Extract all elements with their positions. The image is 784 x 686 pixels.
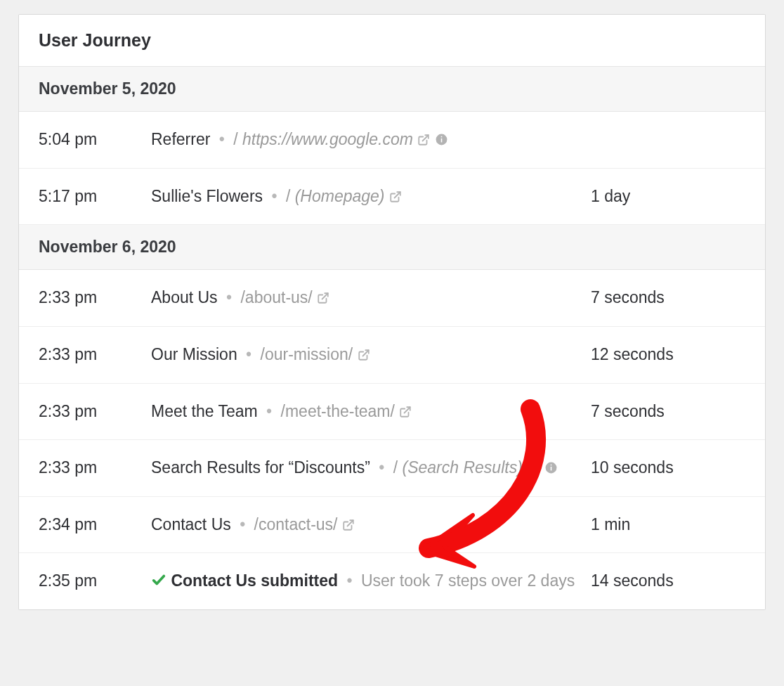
row-time: 5:04 pm — [39, 127, 151, 153]
separator-dot: • — [266, 402, 272, 420]
check-icon — [151, 572, 166, 588]
row-path: https://www.google.com — [242, 130, 413, 148]
row-path: /about-us/ — [240, 288, 312, 306]
journey-row: 2:33 pmSearch Results for “Discounts” • … — [19, 440, 765, 497]
journey-row: 2:33 pmAbout Us • /about-us/ 7 seconds — [19, 270, 765, 327]
row-duration: 1 min — [591, 512, 745, 538]
separator-dot: • — [246, 345, 251, 363]
row-title: Meet the Team — [151, 402, 258, 420]
row-duration: 12 seconds — [591, 342, 745, 368]
external-link-icon[interactable] — [317, 292, 329, 304]
svg-rect-3 — [440, 136, 442, 138]
row-time: 2:33 pm — [39, 399, 151, 425]
journey-row: 5:04 pmReferrer • / https://www.google.c… — [19, 112, 765, 169]
svg-line-7 — [405, 407, 410, 413]
row-time: 5:17 pm — [39, 184, 151, 209]
row-time: 2:34 pm — [39, 512, 151, 538]
row-time: 2:33 pm — [39, 342, 151, 368]
row-description: Contact Us • /contact-us/ — [151, 512, 591, 538]
row-path-prefix: / — [233, 130, 242, 148]
journey-row: 2:34 pmContact Us • /contact-us/ 1 min — [19, 497, 765, 554]
row-title: About Us — [151, 288, 218, 306]
row-path: /contact-us/ — [254, 515, 338, 533]
external-link-icon[interactable] — [342, 519, 355, 531]
row-title: Referrer — [151, 130, 210, 148]
row-description: Our Mission • /our-mission/ — [151, 342, 591, 368]
svg-rect-2 — [440, 138, 442, 143]
info-icon[interactable] — [435, 133, 448, 146]
row-time: 2:35 pm — [39, 569, 151, 594]
row-title: Search Results for “Discounts” — [151, 458, 370, 477]
separator-dot: • — [219, 130, 225, 148]
row-time: 2:33 pm — [39, 455, 151, 481]
row-title: Contact Us — [151, 515, 231, 533]
date-header: November 6, 2020 — [19, 225, 765, 270]
separator-dot: • — [379, 458, 384, 477]
svg-line-5 — [322, 294, 328, 299]
row-summary: User took 7 steps over 2 days — [361, 571, 575, 590]
external-link-icon[interactable] — [358, 349, 370, 361]
row-duration: 10 seconds — [591, 455, 745, 481]
row-time: 2:33 pm — [39, 285, 151, 311]
svg-line-4 — [394, 192, 400, 198]
external-link-icon[interactable] — [527, 462, 540, 474]
row-title: Sullie's Flowers — [151, 187, 263, 205]
svg-line-6 — [362, 350, 368, 356]
svg-rect-11 — [550, 465, 551, 466]
row-duration: 7 seconds — [591, 399, 745, 425]
row-title: Contact Us submitted — [171, 571, 338, 590]
svg-line-8 — [533, 463, 538, 469]
row-duration: 14 seconds — [591, 569, 745, 594]
row-path-prefix: / — [393, 458, 403, 477]
journey-row: 2:35 pm Contact Us submitted • User took… — [19, 553, 765, 609]
row-path: (Homepage) — [295, 187, 385, 205]
separator-dot: • — [346, 571, 352, 590]
separator-dot: • — [271, 187, 277, 205]
journey-body: November 5, 20205:04 pmReferrer • / http… — [19, 67, 765, 609]
user-journey-panel: User Journey November 5, 20205:04 pmRefe… — [18, 14, 766, 610]
row-title: Our Mission — [151, 345, 237, 363]
external-link-icon[interactable] — [417, 134, 430, 146]
row-duration: 1 day — [591, 184, 745, 209]
journey-row: 2:33 pmOur Mission • /our-mission/ 12 se… — [19, 327, 765, 384]
row-description: Meet the Team • /meet-the-team/ — [151, 399, 591, 425]
svg-line-0 — [423, 135, 429, 141]
separator-dot: • — [226, 288, 232, 306]
svg-rect-10 — [550, 467, 551, 471]
external-link-icon[interactable] — [389, 190, 402, 203]
journey-row: 5:17 pmSullie's Flowers • / (Homepage) 1… — [19, 169, 765, 226]
row-path: /meet-the-team/ — [281, 402, 395, 420]
row-path-prefix: / — [286, 187, 295, 205]
panel-header: User Journey — [19, 15, 765, 67]
row-description: Contact Us submitted • User took 7 steps… — [151, 569, 591, 594]
row-path: (Search Results) — [403, 458, 523, 477]
row-description: Sullie's Flowers • / (Homepage) — [151, 184, 591, 209]
row-path: /our-mission/ — [261, 345, 353, 363]
row-description: About Us • /about-us/ — [151, 285, 591, 311]
info-icon[interactable] — [544, 461, 558, 474]
row-duration: 7 seconds — [591, 285, 745, 311]
panel-title: User Journey — [39, 30, 745, 51]
separator-dot: • — [240, 515, 245, 533]
journey-row: 2:33 pmMeet the Team • /meet-the-team/ 7… — [19, 384, 765, 441]
date-header: November 5, 2020 — [19, 67, 765, 112]
svg-line-12 — [347, 520, 353, 526]
row-description: Referrer • / https://www.google.com — [151, 127, 591, 153]
external-link-icon[interactable] — [399, 406, 412, 418]
row-description: Search Results for “Discounts” • / (Sear… — [151, 455, 591, 481]
